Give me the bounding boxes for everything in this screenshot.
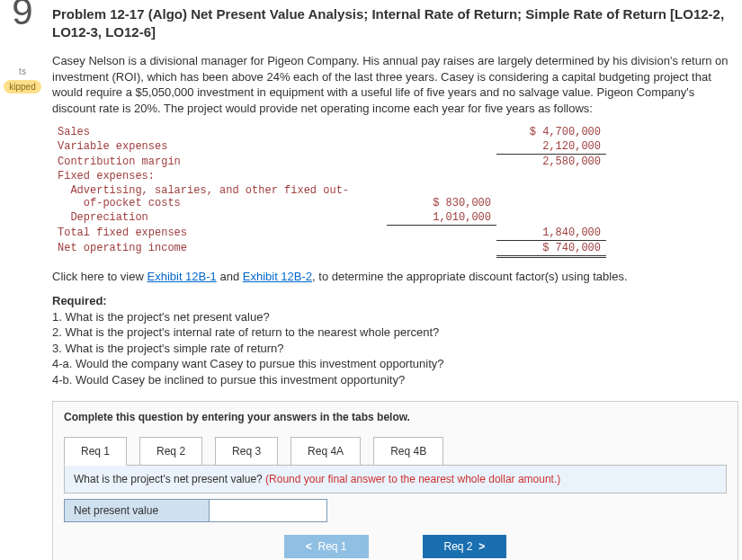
row-totfix-label: Total fixed expenses — [52, 226, 387, 241]
question-text: What is the project's net present value? — [74, 473, 265, 485]
prev-button[interactable]: < Req 1 — [284, 535, 369, 558]
income-statement: Sales $ 4,700,000 Variable expenses 2,12… — [52, 125, 606, 258]
tab-req-3[interactable]: Req 3 — [215, 437, 278, 466]
chevron-right-icon: > — [478, 540, 485, 553]
chevron-left-icon: < — [306, 540, 312, 553]
row-sales-amount: $ 4,700,000 — [496, 125, 606, 139]
row-adv-label: Advertising, salaries, and other fixed o… — [52, 183, 387, 210]
next-button-label: Req 2 — [444, 540, 473, 553]
prev-button-label: Req 1 — [317, 540, 346, 553]
answer-table: Net present value — [64, 499, 327, 522]
req-3: 3. What is the project's simple rate of … — [52, 342, 284, 355]
exhibit-12b-1-link[interactable]: Exhibit 12B-1 — [147, 270, 216, 283]
tabs-row: Req 1 Req 2 Req 3 Req 4A Req 4B — [64, 436, 727, 465]
answer-cell[interactable] — [210, 499, 327, 521]
tab-req-2[interactable]: Req 2 — [139, 437, 202, 466]
required-block: Required: 1. What is the project's net p… — [52, 293, 738, 387]
problem-title: Problem 12-17 (Algo) Net Present Value A… — [52, 5, 738, 40]
req-4b: 4-b. Would Casey be inclined to pursue t… — [52, 373, 405, 387]
exhibit-post: , to determine the appropriate discount … — [312, 270, 627, 283]
row-cm-label: Contribution margin — [52, 155, 387, 170]
exhibit-mid: and — [217, 270, 243, 283]
row-varexp-label: Variable expenses — [52, 139, 387, 155]
row-fixed-header: Fixed expenses: — [52, 169, 387, 183]
tab-req-4a[interactable]: Req 4A — [291, 437, 361, 466]
row-cm-amount: 2,580,000 — [496, 155, 606, 170]
answer-panel: Complete this question by entering your … — [52, 401, 738, 560]
req-1: 1. What is the project's net present val… — [52, 310, 270, 324]
row-varexp-amount: 2,120,000 — [496, 139, 606, 155]
tab-req-1[interactable]: Req 1 — [64, 437, 127, 466]
exhibit-pre: Click here to view — [52, 270, 147, 283]
exhibit-line: Click here to view Exhibit 12B-1 and Exh… — [52, 269, 738, 285]
required-header: Required: — [52, 294, 107, 307]
row-noi-label: Net operating income — [52, 240, 387, 256]
question-hint: (Round your final answer to the nearest … — [265, 473, 560, 485]
panel-instruction: Complete this question by entering your … — [64, 411, 727, 423]
row-totfix-amount: 1,840,000 — [496, 226, 606, 241]
row-noi-amount: $ 740,000 — [496, 240, 606, 256]
row-dep-label: Depreciation — [52, 210, 387, 226]
question-box: What is the project's net present value?… — [64, 465, 727, 493]
exhibit-12b-2-link[interactable]: Exhibit 12B-2 — [243, 270, 312, 283]
req-2: 2. What is the project's internal rate o… — [52, 325, 439, 339]
row-dep-amount: 1,010,000 — [387, 210, 496, 226]
answer-row-label: Net present value — [65, 499, 210, 521]
next-button[interactable]: Req 2 > — [423, 535, 507, 558]
question-number: 9 — [0, 0, 45, 31]
row-sales-label: Sales — [52, 125, 387, 139]
points-tag: ts — [0, 67, 45, 76]
skipped-badge: kipped — [4, 80, 40, 93]
row-adv-amount: $ 830,000 — [387, 183, 496, 210]
problem-intro: Casey Nelson is a divisional manager for… — [52, 53, 738, 116]
tab-req-4b[interactable]: Req 4B — [373, 437, 443, 466]
req-4a: 4-a. Would the company want Casey to pur… — [52, 357, 444, 370]
npv-input[interactable] — [219, 503, 312, 518]
